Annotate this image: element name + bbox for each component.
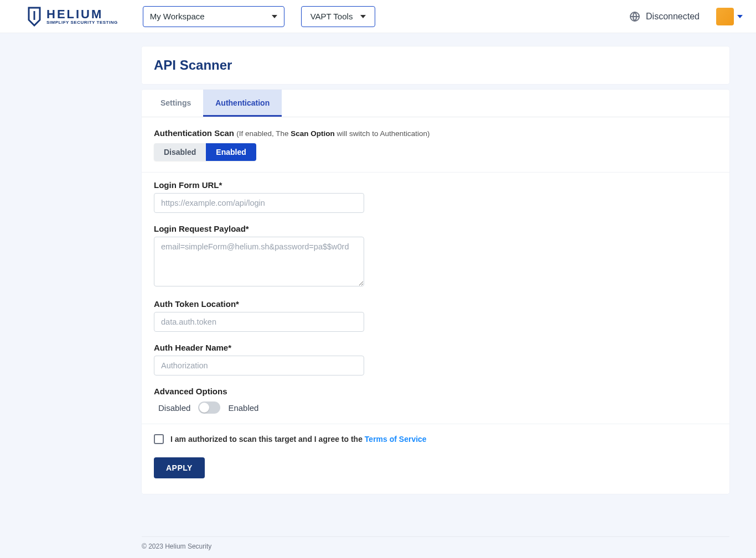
title-card: API Scanner [142,46,729,84]
chevron-down-icon [360,15,366,18]
chevron-down-icon [272,15,277,18]
login-url-label: Login Form URL* [154,180,717,190]
chevron-down-icon [737,15,743,18]
tab-settings[interactable]: Settings [148,90,203,117]
field-token-location: Auth Token Location* [154,299,717,332]
advanced-enabled-label: Enabled [228,403,258,413]
advanced-options-switch[interactable] [198,401,220,414]
brand-text: HELIUM SIMPLIFY SECURITY TESTING [46,8,118,25]
consent-row: I am authorized to scan this target and … [154,434,717,444]
content: API Scanner Settings Authentication Auth… [0,33,756,526]
topbar: HELIUM SIMPLIFY SECURITY TESTING My Work… [0,0,756,33]
avatar [716,8,734,25]
connection-status: Disconnected [629,11,700,22]
field-payload: Login Request Payload* [154,224,717,288]
field-header-name: Auth Header Name* [154,343,717,376]
advanced-options-toggle-row: Disabled Enabled [154,401,717,414]
form-footer: I am authorized to scan this target and … [142,424,729,478]
connection-status-label: Disconnected [646,12,700,22]
main-card: Settings Authentication Authentication S… [142,90,729,494]
login-url-input[interactable] [154,193,364,213]
advanced-disabled-label: Disabled [158,403,190,413]
auth-scan-disabled-button[interactable]: Disabled [154,143,206,161]
brand-name: HELIUM [46,8,118,20]
brand-tagline: SIMPLIFY SECURITY TESTING [46,20,118,25]
tabs: Settings Authentication [142,90,729,117]
advanced-options-title: Advanced Options [154,387,717,396]
consent-text: I am authorized to scan this target and … [170,435,427,444]
page-title: API Scanner [154,58,717,73]
payload-label: Login Request Payload* [154,224,717,233]
payload-input[interactable] [154,237,364,286]
tos-link[interactable]: Terms of Service [365,435,427,444]
account-menu[interactable] [716,8,743,25]
page-footer: © 2023 Helium Security [0,536,756,558]
header-name-label: Auth Header Name* [154,343,717,352]
tools-selected-label: VAPT Tools [310,12,353,21]
tab-authentication[interactable]: Authentication [203,90,282,117]
globe-icon [629,11,640,22]
auth-scan-title: Authentication Scan [154,128,234,138]
auth-scan-section: Authentication Scan (If enabled, The Sca… [142,117,729,173]
brand-logo[interactable]: HELIUM SIMPLIFY SECURITY TESTING [27,7,118,27]
shield-icon [27,7,42,27]
header-name-input[interactable] [154,356,364,376]
auth-scan-enabled-button[interactable]: Enabled [206,143,256,161]
tools-select[interactable]: VAPT Tools [301,6,376,27]
workspace-select[interactable]: My Workspace [143,6,284,27]
copyright: © 2023 Helium Security [142,536,729,550]
auth-scan-toggle: Disabled Enabled [154,143,256,161]
auth-scan-label-row: Authentication Scan (If enabled, The Sca… [154,128,717,138]
apply-button[interactable]: APPLY [154,457,205,478]
token-location-label: Auth Token Location* [154,299,717,309]
token-location-input[interactable] [154,312,364,332]
consent-checkbox[interactable] [154,434,164,444]
field-login-url: Login Form URL* [154,180,717,213]
workspace-selected-label: My Workspace [150,12,205,21]
advanced-options: Advanced Options Disabled Enabled [154,387,717,414]
auth-scan-hint: (If enabled, The Scan Option will switch… [236,129,429,138]
auth-form: Login Form URL* Login Request Payload* A… [142,173,729,424]
